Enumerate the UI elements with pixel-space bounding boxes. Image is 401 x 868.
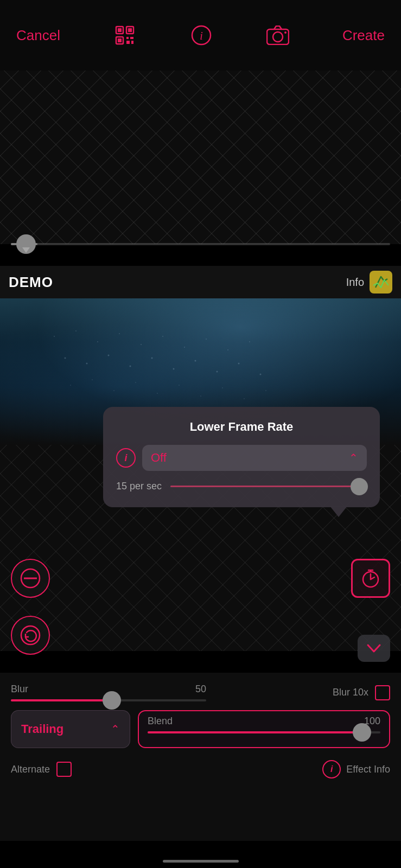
info-icon-box[interactable] [370,271,392,293]
chevron-up-icon: ⌃ [349,451,358,464]
blur-value: 50 [195,684,206,695]
trailing-label: Trailing [21,722,63,736]
effect-info-section[interactable]: i Effect Info [322,760,390,778]
info-icon[interactable]: i [189,23,213,47]
info-text: Info [346,276,364,289]
modal-slider-fill [170,486,357,487]
main-slider-area [0,228,401,260]
grid-pattern [0,71,401,244]
main-slider-track[interactable] [11,243,390,245]
svg-point-13 [273,32,283,42]
alternate-section: Alternate [11,762,72,777]
lower-frame-rate-modal: Lower Frame Rate i Off ⌃ 15 per sec [103,407,380,507]
spacer [124,559,163,598]
svg-rect-8 [126,41,130,44]
second-action-row [11,616,50,655]
modal-info-icon[interactable]: i [116,448,136,468]
demo-bar: DEMO Info [0,266,401,298]
effect-info-label: Effect Info [346,764,390,775]
no-entry-button[interactable] [11,559,50,598]
alternate-label: Alternate [11,764,50,775]
per-sec-label: 15 per sec [116,481,162,492]
modal-title: Lower Frame Rate [116,420,367,434]
blur-slider[interactable] [11,699,206,701]
blend-slider-thumb[interactable] [353,723,371,742]
blend-header: Blend 100 [148,716,380,727]
modal-tail [330,506,347,517]
alternate-checkbox[interactable] [56,762,72,777]
blend-slider-fill [148,731,357,733]
bottom-controls: Blur 50 Blur 10x Trailing ⌃ Blend 100 [0,673,401,841]
effect-info-icon: i [322,760,341,778]
trailing-chevron-icon: ⌃ [111,723,120,736]
controls-row3: Alternate i Effect Info [11,760,390,778]
main-slider-arrow [22,247,30,253]
create-button[interactable]: Create [342,27,385,44]
info-btn-area: Info [346,271,392,293]
blur-section: Blur 50 [11,684,206,701]
blend-slider[interactable] [148,731,380,733]
blur10x-label: Blur 10x [333,687,368,698]
chevron-down-button[interactable] [358,635,390,662]
controls-row1: Blur 50 Blur 10x [11,684,390,701]
qr-icon[interactable] [113,23,137,47]
modal-dropdown-row: i Off ⌃ [116,445,367,471]
frame-rate-dropdown[interactable]: Off ⌃ [142,445,367,471]
spacer2 [238,559,277,598]
timer-button[interactable] [351,559,390,598]
refresh-button[interactable] [11,616,50,655]
dropdown-value: Off [151,451,167,465]
cancel-button[interactable]: Cancel [16,27,60,44]
blur10x-section: Blur 10x [333,685,390,700]
svg-rect-1 [118,28,122,32]
fish-school [43,315,315,412]
svg-text:i: i [200,30,203,42]
blur-label: Blur [11,684,28,695]
modal-slider-track[interactable] [170,486,367,487]
controls-row2: Trailing ⌃ Blend 100 [11,710,390,748]
blur-slider-thumb[interactable] [103,691,121,710]
svg-rect-3 [128,28,132,32]
svg-point-14 [284,31,287,34]
top-bar: Cancel i Create [0,0,401,71]
trailing-button[interactable]: Trailing ⌃ [11,710,130,748]
svg-rect-7 [130,37,133,39]
modal-slider-row: 15 per sec [116,481,367,492]
svg-rect-9 [131,41,133,44]
modal-slider-thumb[interactable] [351,478,368,495]
camera-icon[interactable] [266,23,290,47]
canvas-area [0,71,401,244]
svg-rect-5 [118,39,122,42]
blur-slider-fill [11,699,105,701]
svg-rect-6 [126,37,129,39]
demo-label: DEMO [9,274,53,291]
action-row [0,559,401,598]
home-indicator [163,860,239,863]
blend-section: Blend 100 [138,710,390,748]
blur10x-checkbox[interactable] [375,685,390,700]
blend-label: Blend [148,716,173,727]
